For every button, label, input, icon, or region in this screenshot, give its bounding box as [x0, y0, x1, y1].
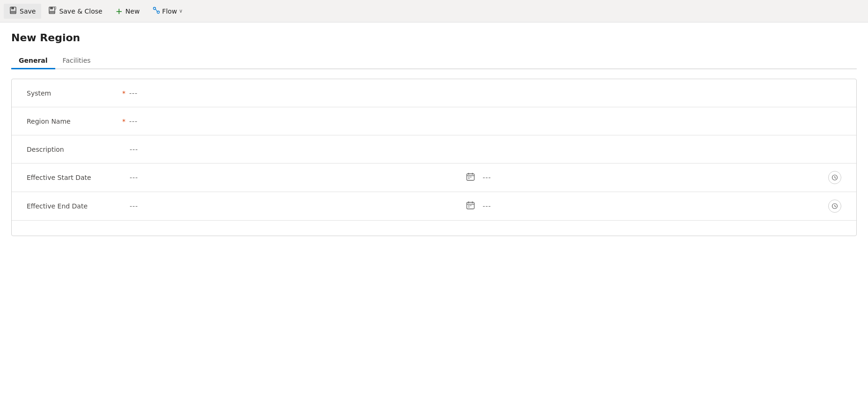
save-close-label: Save & Close	[59, 7, 102, 15]
svg-line-29	[835, 206, 836, 207]
effective-end-date-calendar-icon[interactable]	[466, 200, 475, 212]
effective-end-date-label: Effective End Date	[27, 202, 120, 210]
form-card: System * --- Region Name * --- Descripti…	[11, 79, 857, 236]
tab-general[interactable]: General	[11, 53, 55, 69]
tabs: General Facilities	[11, 53, 857, 69]
new-button[interactable]: + New	[110, 3, 146, 19]
effective-start-time-section: ---	[475, 174, 828, 181]
page-title: New Region	[11, 32, 857, 44]
svg-rect-4	[50, 7, 53, 9]
effective-start-date-section: ---	[120, 174, 466, 181]
description-value[interactable]: ---	[130, 146, 841, 153]
svg-rect-6	[54, 7, 56, 9]
svg-line-19	[835, 178, 836, 178]
svg-rect-5	[50, 11, 54, 13]
page-content: New Region General Facilities System * -…	[0, 22, 868, 245]
toolbar: Save Save & Close + New Flow ∨	[0, 0, 868, 22]
svg-rect-25	[470, 205, 471, 206]
form-row-empty	[12, 221, 856, 236]
region-name-label: Region Name	[27, 118, 120, 125]
save-icon	[9, 7, 17, 16]
effective-start-date-calendar-icon[interactable]	[466, 172, 475, 183]
save-label: Save	[20, 7, 36, 15]
flow-chevron-icon: ∨	[179, 8, 183, 14]
new-label: New	[125, 7, 140, 15]
new-plus-icon: +	[116, 6, 123, 16]
effective-end-time-section: ---	[475, 202, 828, 210]
form-row-effective-end-date: Effective End Date --- ---	[12, 192, 856, 221]
effective-end-time-icon-wrapper	[828, 200, 841, 213]
form-row-region-name: Region Name * ---	[12, 107, 856, 135]
save-close-icon	[49, 7, 56, 16]
region-name-value[interactable]: ---	[129, 118, 841, 125]
system-label: System	[27, 89, 120, 97]
effective-start-date-label: Effective Start Date	[27, 174, 120, 181]
tab-facilities[interactable]: Facilities	[55, 53, 98, 69]
effective-end-time-value[interactable]: ---	[483, 202, 828, 210]
description-label: Description	[27, 146, 120, 153]
effective-start-time-icon-wrapper	[828, 171, 841, 184]
svg-rect-24	[468, 205, 470, 206]
svg-rect-16	[468, 178, 470, 179]
region-name-required-star: *	[122, 118, 125, 125]
form-row-effective-start-date: Effective Start Date --- ---	[12, 163, 856, 192]
effective-start-time-clock-button[interactable]	[828, 171, 841, 184]
system-value[interactable]: ---	[129, 89, 841, 97]
svg-rect-14	[468, 177, 470, 178]
save-button[interactable]: Save	[4, 4, 41, 19]
svg-line-9	[155, 9, 157, 12]
svg-rect-1	[11, 7, 14, 9]
effective-end-date-value[interactable]: ---	[130, 202, 466, 210]
effective-end-time-clock-button[interactable]	[828, 200, 841, 213]
flow-icon	[153, 7, 160, 16]
flow-button[interactable]: Flow ∨	[147, 4, 188, 19]
svg-rect-15	[470, 177, 471, 178]
svg-rect-2	[11, 11, 15, 13]
flow-label: Flow	[162, 7, 177, 15]
svg-rect-26	[468, 207, 470, 208]
effective-end-date-section: ---	[120, 202, 466, 210]
save-close-button[interactable]: Save & Close	[43, 4, 108, 19]
form-row-description: Description ---	[12, 135, 856, 163]
effective-start-date-value[interactable]: ---	[130, 174, 466, 181]
form-row-system: System * ---	[12, 79, 856, 107]
system-required-star: *	[122, 89, 125, 97]
effective-start-time-value[interactable]: ---	[483, 174, 828, 181]
